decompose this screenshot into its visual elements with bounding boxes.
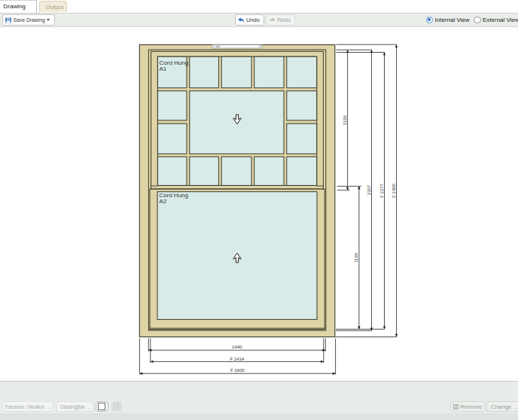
svg-text:2307: 2307 — [367, 184, 371, 195]
svg-text:1440: 1440 — [232, 345, 242, 349]
svg-text:F 2400: F 2400 — [392, 183, 396, 197]
svg-text:F 1414: F 1414 — [230, 357, 244, 361]
svg-text:1196: 1196 — [354, 252, 358, 263]
svg-text:A1: A1 — [160, 65, 167, 72]
svg-text:F 2277: F 2277 — [379, 183, 384, 197]
svg-text:1196: 1196 — [343, 114, 347, 125]
svg-text:F 1600: F 1600 — [230, 368, 245, 373]
svg-text:A2: A2 — [159, 198, 166, 205]
